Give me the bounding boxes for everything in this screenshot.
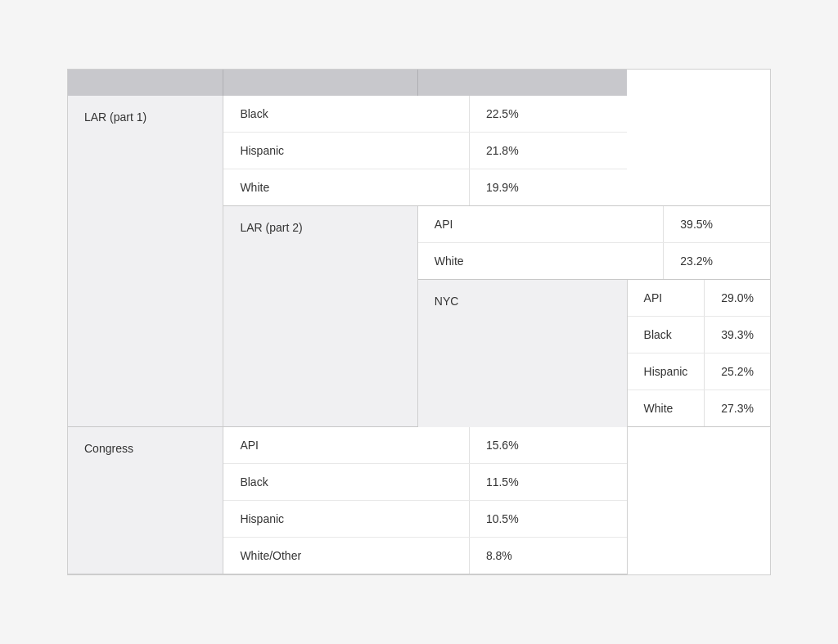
fnr-cell: 27.3% — [705, 390, 770, 427]
inner-row: API29.0% — [628, 280, 770, 317]
fnr-cell: 11.5% — [469, 464, 626, 501]
inner-row: Black22.5% — [223, 96, 627, 133]
header-dataset — [68, 70, 223, 96]
inner-rows-cell: Black22.5%Hispanic21.8%White19.9% — [223, 96, 627, 206]
inner-row: Black11.5% — [223, 464, 626, 501]
fnr-cell: 21.8% — [469, 133, 627, 169]
inner-table: API39.5%White23.2% — [418, 206, 770, 279]
dataset-cell: LAR (part 1) — [68, 96, 223, 427]
inner-row: Black39.3% — [628, 317, 770, 354]
inner-row: Hispanic25.2% — [628, 354, 770, 390]
inner-rows-cell: API39.5%White23.2% — [417, 206, 770, 280]
main-table-wrapper: LAR (part 1)Black22.5%Hispanic21.8%White… — [67, 69, 771, 575]
race-cell: Hispanic — [223, 133, 469, 169]
table-row: LAR (part 1)Black22.5%Hispanic21.8%White… — [68, 96, 770, 206]
race-cell: Black — [628, 317, 705, 354]
race-cell: White — [628, 390, 705, 427]
fnr-cell: 29.0% — [705, 280, 770, 317]
fnr-cell: 39.3% — [705, 317, 770, 354]
inner-row: White19.9% — [223, 169, 627, 206]
data-table: LAR (part 1)Black22.5%Hispanic21.8%White… — [68, 70, 770, 574]
fnr-cell: 23.2% — [664, 243, 770, 280]
race-cell: Black — [223, 96, 469, 133]
header-fnr — [417, 70, 627, 96]
fnr-cell: 15.6% — [469, 427, 626, 464]
fnr-cell: 25.2% — [705, 354, 770, 390]
inner-row: Hispanic21.8% — [223, 133, 627, 169]
race-cell: API — [223, 427, 469, 464]
race-cell: Black — [223, 464, 469, 501]
race-cell: White — [418, 243, 664, 280]
inner-row: API15.6% — [223, 427, 626, 464]
inner-rows-cell: API15.6%Black11.5%Hispanic10.5%White/Oth… — [223, 427, 627, 574]
fnr-cell: 19.9% — [469, 169, 627, 206]
inner-row: API39.5% — [418, 206, 770, 243]
fnr-cell: 22.5% — [469, 96, 627, 133]
inner-table: Black22.5%Hispanic21.8%White19.9% — [223, 96, 627, 205]
race-cell: Hispanic — [223, 501, 469, 538]
inner-row: White/Other8.8% — [223, 538, 626, 574]
header-race — [223, 70, 417, 96]
inner-table: API29.0%Black39.3%Hispanic25.2%White27.3… — [628, 280, 770, 426]
fnr-cell: 39.5% — [664, 206, 770, 243]
inner-row: White23.2% — [418, 243, 770, 280]
table-row: CongressAPI15.6%Black11.5%Hispanic10.5%W… — [68, 427, 770, 574]
race-cell: Hispanic — [628, 354, 705, 390]
race-cell: White/Other — [223, 538, 469, 574]
table-header-row — [68, 70, 770, 96]
fnr-cell: 10.5% — [469, 501, 626, 538]
inner-table: API15.6%Black11.5%Hispanic10.5%White/Oth… — [223, 427, 626, 574]
inner-rows-cell: API29.0%Black39.3%Hispanic25.2%White27.3… — [627, 280, 770, 427]
dataset-cell: Congress — [68, 427, 223, 574]
race-cell: API — [418, 206, 664, 243]
inner-row: White27.3% — [628, 390, 770, 427]
race-cell: White — [223, 169, 469, 206]
fnr-cell: 8.8% — [469, 538, 626, 574]
inner-row: Hispanic10.5% — [223, 501, 626, 538]
race-cell: API — [628, 280, 705, 317]
dataset-cell: LAR (part 2) — [223, 206, 417, 427]
